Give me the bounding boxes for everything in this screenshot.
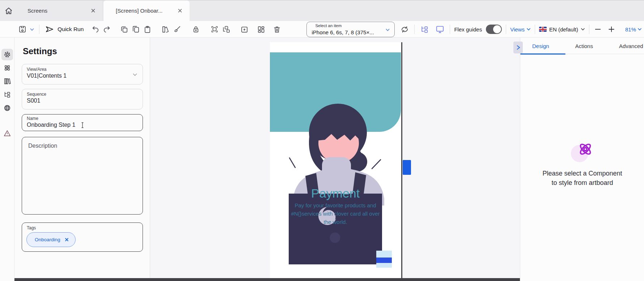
minus-icon	[595, 29, 601, 30]
group-icon	[210, 25, 219, 34]
brush-button[interactable]	[171, 23, 183, 35]
sidebar-item-library[interactable]	[1, 75, 13, 87]
chevron-down-icon	[637, 28, 642, 31]
flex-guides-label: Flex guides	[454, 26, 482, 33]
zoom-in-button[interactable]	[607, 23, 616, 35]
styles-palette-icon	[161, 25, 170, 34]
inspector-panel: Design Actions Advanced Please select a …	[520, 38, 644, 281]
view-area-label: View/Area	[27, 67, 46, 72]
active-tab-indicator	[520, 53, 565, 55]
layout-grid-button[interactable]	[255, 23, 267, 35]
resize-handle[interactable]	[403, 160, 411, 175]
toolbar-divider	[450, 25, 450, 34]
tag-chip-label: Onboarding	[35, 237, 60, 242]
quick-run-button[interactable]: Quick Run	[45, 25, 84, 33]
toolbar-divider	[414, 25, 415, 34]
design-canvas[interactable]: Payment Pay for your favorite products a…	[151, 38, 520, 281]
zoom-level-dropdown[interactable]: 81%	[625, 26, 642, 33]
sidebar-item-layers[interactable]	[1, 89, 13, 100]
close-icon[interactable]	[176, 7, 184, 15]
views-label: Views	[510, 26, 525, 33]
body-line: the world.	[290, 218, 381, 226]
tab-screens-onboarding[interactable]: [Screens] Onboar...	[103, 0, 190, 21]
ungroup-icon	[222, 25, 230, 34]
delete-button[interactable]	[271, 23, 283, 35]
layout-grid-icon	[257, 25, 265, 34]
sequence-label: Sequence	[27, 92, 46, 97]
copy-button[interactable]	[130, 23, 141, 35]
tab-design[interactable]: Design	[532, 43, 549, 49]
gear-icon	[3, 51, 11, 59]
tab-label: [Screens] Onboar...	[116, 8, 176, 14]
save-options-button[interactable]	[28, 23, 35, 35]
home-button[interactable]	[2, 5, 15, 17]
monitor-icon	[435, 25, 445, 34]
bottom-edge-bar	[14, 278, 520, 281]
styles-button[interactable]	[160, 23, 171, 35]
left-sidebar	[0, 38, 14, 281]
sync-icon	[400, 25, 409, 34]
empty-state: Please select a Component to style from …	[520, 140, 644, 187]
structure-view-button[interactable]	[419, 23, 430, 35]
settings-title: Settings	[23, 46, 57, 56]
name-value: Onboarding Step 1	[27, 122, 75, 128]
sidebar-item-globe[interactable]	[1, 102, 13, 114]
tab-advanced[interactable]: Advanced	[619, 43, 643, 49]
add-frame-button[interactable]	[238, 23, 250, 35]
warning-icon	[3, 129, 11, 137]
main-toolbar: Quick Run	[0, 21, 644, 38]
preview-display-button[interactable]	[434, 23, 446, 35]
name-input[interactable]: Name Onboarding Step 1	[22, 114, 143, 131]
views-dropdown[interactable]: Views	[510, 26, 531, 33]
sequence-field[interactable]: Sequence S001	[22, 89, 143, 109]
structure-tree-icon	[420, 25, 429, 34]
group-button[interactable]	[209, 23, 220, 35]
tab-label: Screens	[27, 8, 89, 14]
sidebar-item-components[interactable]	[1, 62, 13, 74]
target-item-selector[interactable]: Select an item iPhone 6, 6s, 7, 8 (375×.…	[306, 22, 395, 37]
sidebar-item-warnings[interactable]	[1, 127, 13, 139]
duplicate-button[interactable]	[118, 23, 130, 35]
chevron-right-icon	[516, 45, 521, 50]
copy-icon	[132, 25, 140, 34]
flex-guides-toggle[interactable]	[486, 25, 502, 34]
window-tab-bar: Screens [Screens] Onboar...	[0, 0, 644, 21]
redo-button[interactable]	[101, 23, 113, 35]
artboard-title-text[interactable]: Payment	[270, 186, 401, 200]
remove-tag-icon[interactable]	[64, 237, 69, 242]
sidebar-item-settings[interactable]	[1, 49, 13, 60]
settings-panel: Settings View/Area V01|Contents 1 Sequen…	[14, 38, 150, 281]
view-area-select[interactable]: View/Area V01|Contents 1	[22, 64, 143, 85]
lock-icon	[192, 25, 200, 34]
zoom-level-value: 81%	[625, 26, 636, 33]
chevron-down-icon	[385, 28, 390, 31]
text-cursor-icon	[81, 122, 84, 128]
trash-icon	[273, 25, 281, 34]
ungroup-button[interactable]	[220, 23, 232, 35]
tag-chip-onboarding[interactable]: Onboarding	[26, 232, 76, 247]
tags-field[interactable]: Tags Onboarding	[22, 222, 143, 252]
tab-screens[interactable]: Screens	[15, 0, 103, 21]
panel-collapse-button[interactable]	[513, 42, 523, 53]
language-dropdown[interactable]: EN (default)	[539, 26, 585, 33]
lock-button[interactable]	[190, 23, 202, 35]
brush-icon	[173, 25, 181, 34]
toolbar-divider	[506, 25, 506, 34]
home-icon	[4, 7, 13, 15]
toolbar-divider	[39, 25, 39, 34]
zoom-out-button[interactable]	[593, 23, 603, 35]
undo-button[interactable]	[89, 23, 101, 35]
chevron-down-icon	[30, 28, 34, 31]
save-button[interactable]	[17, 23, 28, 35]
artboard-onboarding-step-1[interactable]: Payment Pay for your favorite products a…	[270, 42, 402, 281]
uk-flag-icon	[539, 27, 547, 32]
sync-button[interactable]	[399, 23, 410, 35]
paste-button[interactable]	[141, 23, 153, 35]
atom-icon	[3, 64, 11, 72]
description-input[interactable]: Description	[22, 137, 143, 215]
description-placeholder: Description	[28, 143, 57, 149]
inspector-tabs: Design Actions Advanced	[520, 38, 644, 54]
artboard-body-text[interactable]: Pay for your favorite products and #N{}s…	[290, 201, 381, 226]
tab-actions[interactable]: Actions	[575, 43, 593, 49]
close-icon[interactable]	[89, 7, 97, 15]
